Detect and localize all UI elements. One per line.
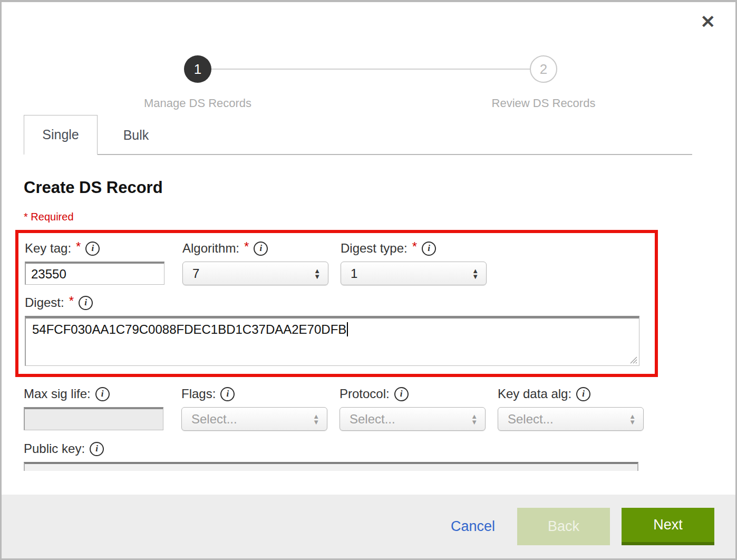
protocol-selected-value: Select... (350, 412, 471, 427)
info-icon[interactable]: i (254, 242, 268, 256)
page-title: Create DS Record (24, 178, 735, 197)
step-1-circle: 1 (184, 55, 211, 83)
digest-value: 54FCF030AA1C79C0088FDEC1BD1C37DAA2E70DFB (32, 322, 346, 336)
required-asterisk: * (69, 294, 74, 308)
key-data-alg-field: Key data alg: i Select... ▲▼ (498, 383, 644, 431)
info-icon[interactable]: i (90, 442, 104, 456)
select-stepper-arrows-icon: ▲▼ (314, 268, 321, 279)
flags-select[interactable]: Select... ▲▼ (181, 407, 327, 431)
algorithm-label: Algorithm: (182, 241, 239, 256)
text-cursor (347, 322, 348, 336)
tab-single[interactable]: Single (24, 115, 98, 155)
algorithm-selected-value: 7 (192, 266, 314, 281)
algorithm-field: Algorithm: * i 7 ▲▼ (182, 237, 328, 285)
digest-type-label: Digest type: (341, 241, 408, 256)
protocol-select[interactable]: Select... ▲▼ (340, 407, 486, 431)
select-stepper-arrows-icon: ▲▼ (313, 413, 319, 425)
create-ds-record-modal: ✕ 1 Manage DS Records 2 Review DS Record… (0, 0, 737, 560)
digest-label: Digest: (25, 295, 64, 310)
digest-type-selected-value: 1 (351, 266, 472, 281)
info-icon[interactable]: i (85, 242, 100, 256)
info-icon[interactable]: i (394, 387, 409, 401)
max-sig-life-field: Max sig life: i (24, 383, 163, 431)
public-key-label: Public key: (24, 441, 85, 456)
key-data-alg-selected-value: Select... (508, 412, 629, 427)
select-stepper-arrows-icon: ▲▼ (471, 413, 478, 425)
select-stepper-arrows-icon: ▲▼ (629, 413, 636, 425)
required-asterisk: * (244, 239, 249, 254)
algorithm-select[interactable]: 7 ▲▼ (182, 262, 328, 285)
protocol-label: Protocol: (340, 387, 390, 401)
required-note: * Required (24, 211, 735, 223)
public-key-field: Public key: i (24, 438, 735, 471)
public-key-textarea[interactable] (24, 462, 638, 471)
flags-field: Flags: i Select... ▲▼ (181, 383, 327, 431)
tab-bulk[interactable]: Bulk (98, 116, 174, 154)
flags-selected-value: Select... (191, 412, 313, 427)
cancel-link[interactable]: Cancel (451, 518, 495, 535)
protocol-field: Protocol: i Select... ▲▼ (340, 383, 486, 431)
info-icon[interactable]: i (422, 242, 436, 256)
key-tag-field: Key tag: * i (25, 237, 164, 285)
digest-field: Digest: * i 54FCF030AA1C79C0088FDEC1BD1C… (25, 292, 655, 366)
modal-footer: Cancel Back Next (2, 495, 735, 558)
stepper-step-manage: 1 Manage DS Records (113, 55, 282, 110)
info-icon[interactable]: i (79, 296, 93, 310)
step-2-label: Review DS Records (492, 96, 596, 110)
key-data-alg-select[interactable]: Select... ▲▼ (498, 407, 644, 431)
info-icon[interactable]: i (220, 387, 235, 401)
key-data-alg-label: Key data alg: (498, 387, 571, 401)
digest-textarea[interactable]: 54FCF030AA1C79C0088FDEC1BD1C37DAA2E70DFB (25, 316, 639, 366)
flags-label: Flags: (181, 387, 216, 401)
highlighted-required-fields: Key tag: * i Algorithm: * i 7 (15, 230, 658, 377)
max-sig-life-input[interactable] (24, 407, 163, 430)
back-button[interactable]: Back (517, 508, 610, 545)
info-icon[interactable]: i (95, 387, 110, 401)
key-tag-label: Key tag: (25, 241, 71, 256)
next-button[interactable]: Next (622, 508, 714, 545)
stepper-step-review: 2 Review DS Records (459, 55, 628, 110)
required-asterisk: * (76, 239, 81, 254)
tab-bar: Single Bulk (24, 116, 692, 155)
step-2-circle: 2 (530, 55, 557, 83)
key-tag-input[interactable] (25, 262, 164, 285)
digest-type-field: Digest type: * i 1 ▲▼ (341, 237, 487, 285)
resize-handle-icon[interactable] (629, 356, 637, 364)
max-sig-life-label: Max sig life: (24, 387, 91, 401)
wizard-stepper: 1 Manage DS Records 2 Review DS Records (2, 2, 735, 116)
required-asterisk: * (412, 239, 417, 254)
digest-type-select[interactable]: 1 ▲▼ (341, 262, 487, 285)
select-stepper-arrows-icon: ▲▼ (472, 268, 479, 279)
info-icon[interactable]: i (576, 387, 590, 401)
step-1-label: Manage DS Records (144, 96, 251, 110)
form-content: Create DS Record * Required Key tag: * i… (2, 178, 735, 471)
